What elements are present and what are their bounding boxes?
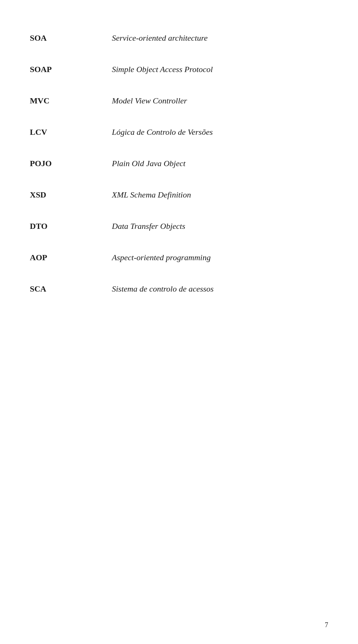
acronym-cell: AOP bbox=[30, 242, 112, 273]
table-row: SCASistema de controlo de acessos bbox=[30, 273, 328, 305]
table-row: POJOPlain Old Java Object bbox=[30, 148, 328, 179]
table-row: SOAService-oriented architecture bbox=[30, 22, 328, 54]
acronym-cell: SOA bbox=[30, 22, 112, 54]
table-row: DTOData Transfer Objects bbox=[30, 211, 328, 242]
table-row: MVCModel View Controller bbox=[30, 85, 328, 116]
page-number: 7 bbox=[325, 621, 328, 629]
table-row: LCVLógica de Controlo de Versões bbox=[30, 116, 328, 148]
definition-cell: Aspect-oriented programming bbox=[112, 242, 328, 273]
acronym-cell: SCA bbox=[30, 273, 112, 305]
page-content: SOAService-oriented architectureSOAPSimp… bbox=[0, 0, 358, 335]
definition-cell: Lógica de Controlo de Versões bbox=[112, 116, 328, 148]
definition-cell: Plain Old Java Object bbox=[112, 148, 328, 179]
definition-cell: Model View Controller bbox=[112, 85, 328, 116]
definition-cell: Sistema de controlo de acessos bbox=[112, 273, 328, 305]
table-row: XSDXML Schema Definition bbox=[30, 179, 328, 211]
acronym-cell: POJO bbox=[30, 148, 112, 179]
definition-cell: Service-oriented architecture bbox=[112, 22, 328, 54]
acronym-cell: XSD bbox=[30, 179, 112, 211]
definition-cell: XML Schema Definition bbox=[112, 179, 328, 211]
acronym-cell: DTO bbox=[30, 211, 112, 242]
acronym-cell: SOAP bbox=[30, 54, 112, 85]
acronym-cell: LCV bbox=[30, 116, 112, 148]
definition-cell: Simple Object Access Protocol bbox=[112, 54, 328, 85]
table-row: AOPAspect-oriented programming bbox=[30, 242, 328, 273]
acronym-cell: MVC bbox=[30, 85, 112, 116]
definition-cell: Data Transfer Objects bbox=[112, 211, 328, 242]
table-row: SOAPSimple Object Access Protocol bbox=[30, 54, 328, 85]
acronym-table: SOAService-oriented architectureSOAPSimp… bbox=[30, 22, 328, 305]
